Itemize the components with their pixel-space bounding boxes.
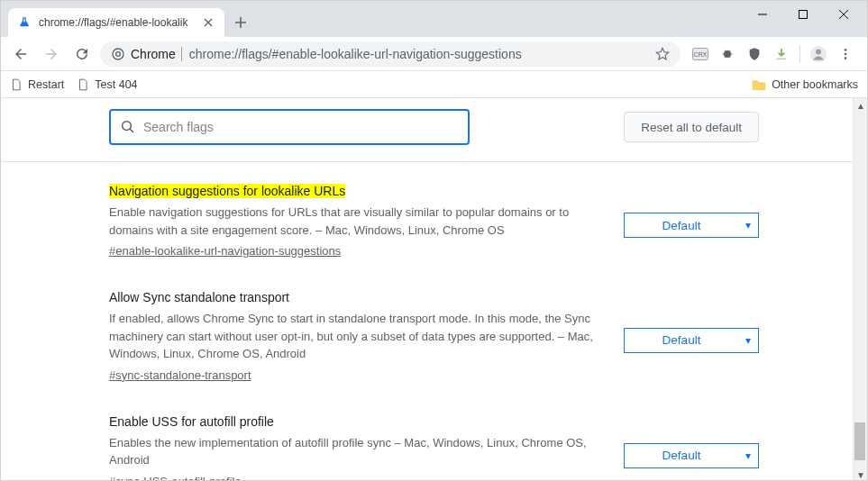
svg-point-2 <box>116 51 121 56</box>
window-controls <box>742 1 863 28</box>
extension-shield-icon[interactable] <box>745 45 763 63</box>
scroll-thumb[interactable] <box>854 422 865 460</box>
bookmark-label: Restart <box>28 78 64 91</box>
flag-title: Allow Sync standalone transport <box>109 290 595 304</box>
minimize-button[interactable] <box>742 1 782 28</box>
flag-description: If enabled, allows Chrome Sync to start … <box>109 310 595 363</box>
omnibox-chip: Chrome <box>131 47 176 61</box>
chrome-icon <box>111 47 125 61</box>
extension-icons: CRX <box>686 45 860 63</box>
svg-rect-0 <box>799 11 807 19</box>
flag-dropdown[interactable]: Default <box>624 443 759 468</box>
flag-anchor-link[interactable]: #sync-USS-autofill-profile <box>109 475 242 482</box>
svg-text:CRX: CRX <box>694 51 708 58</box>
flag-row: Navigation suggestions for lookalike URL… <box>109 184 759 258</box>
flag-anchor-link[interactable]: #enable-lookalike-url-navigation-suggest… <box>109 244 341 258</box>
bookmark-test404[interactable]: Test 404 <box>77 78 137 91</box>
extension-download-icon[interactable] <box>772 45 790 63</box>
folder-icon <box>752 78 766 91</box>
maximize-button[interactable] <box>782 1 823 28</box>
forward-button[interactable] <box>39 41 64 67</box>
toolbar-separator <box>799 45 800 63</box>
svg-point-1 <box>113 49 123 59</box>
flask-icon <box>17 15 32 30</box>
back-button[interactable] <box>8 41 33 67</box>
search-icon <box>120 119 136 135</box>
close-tab-icon[interactable] <box>201 15 215 30</box>
other-bookmarks[interactable]: Other bookmarks <box>752 78 858 91</box>
flag-anchor-link[interactable]: #sync-standalone-transport <box>109 368 251 382</box>
flag-value: Default <box>662 333 701 347</box>
reload-button[interactable] <box>69 41 95 67</box>
svg-point-9 <box>845 52 847 55</box>
search-input[interactable] <box>143 120 459 134</box>
toolbar: Chrome chrome://flags/#enable-lookalike-… <box>1 37 867 71</box>
flag-description: Enables the new implementation of autofi… <box>109 434 595 469</box>
scrollbar[interactable]: ▲ ▼ <box>853 98 867 481</box>
flag-title: Navigation suggestions for lookalike URL… <box>109 184 595 198</box>
flag-value: Default <box>662 449 701 462</box>
profile-avatar-icon[interactable] <box>809 45 827 63</box>
omnibox-divider <box>181 47 182 61</box>
bookmark-star-icon[interactable] <box>655 47 670 61</box>
other-bookmarks-label: Other bookmarks <box>772 78 858 91</box>
address-bar[interactable]: Chrome chrome://flags/#enable-lookalike-… <box>100 41 681 67</box>
flag-dropdown[interactable]: Default <box>624 213 759 238</box>
svg-point-10 <box>845 57 847 59</box>
extension-crx-icon[interactable]: CRX <box>691 45 709 63</box>
flag-title: Enable USS for autofill profile <box>109 414 595 429</box>
page-icon <box>10 78 23 91</box>
flag-row: Enable USS for autofill profile Enables … <box>109 414 759 482</box>
omnibox-url: chrome://flags/#enable-lookalike-url-nav… <box>189 47 648 61</box>
bookmarks-bar: Restart Test 404 Other bookmarks <box>1 71 867 98</box>
extension-bug-icon[interactable] <box>718 45 736 63</box>
flags-list: Navigation suggestions for lookalike URL… <box>1 162 867 481</box>
svg-point-7 <box>816 49 821 54</box>
bookmark-label: Test 404 <box>95 78 137 91</box>
new-tab-button[interactable] <box>228 10 253 35</box>
titlebar: chrome://flags/#enable-lookalik <box>1 1 867 37</box>
close-window-button[interactable] <box>823 1 863 28</box>
tab-title: chrome://flags/#enable-lookalik <box>39 16 194 29</box>
scroll-down-icon[interactable]: ▼ <box>854 467 867 481</box>
reset-all-button[interactable]: Reset all to default <box>624 112 759 142</box>
svg-point-11 <box>123 122 132 131</box>
svg-point-8 <box>845 49 847 51</box>
kebab-menu-icon[interactable] <box>836 45 854 63</box>
flag-dropdown[interactable]: Default <box>624 328 759 353</box>
bookmark-restart[interactable]: Restart <box>10 78 64 91</box>
flag-row: Allow Sync standalone transport If enabl… <box>109 290 759 382</box>
search-flags-box[interactable] <box>109 109 470 145</box>
page-content: Reset all to default Navigation suggesti… <box>1 98 867 481</box>
scroll-up-icon[interactable]: ▲ <box>854 98 867 113</box>
flag-description: Enable navigation suggestions for URLs t… <box>109 204 595 239</box>
page-icon <box>77 78 89 91</box>
browser-tab[interactable]: chrome://flags/#enable-lookalik <box>8 8 224 37</box>
flags-header: Reset all to default <box>1 105 867 161</box>
flag-value: Default <box>662 219 701 232</box>
